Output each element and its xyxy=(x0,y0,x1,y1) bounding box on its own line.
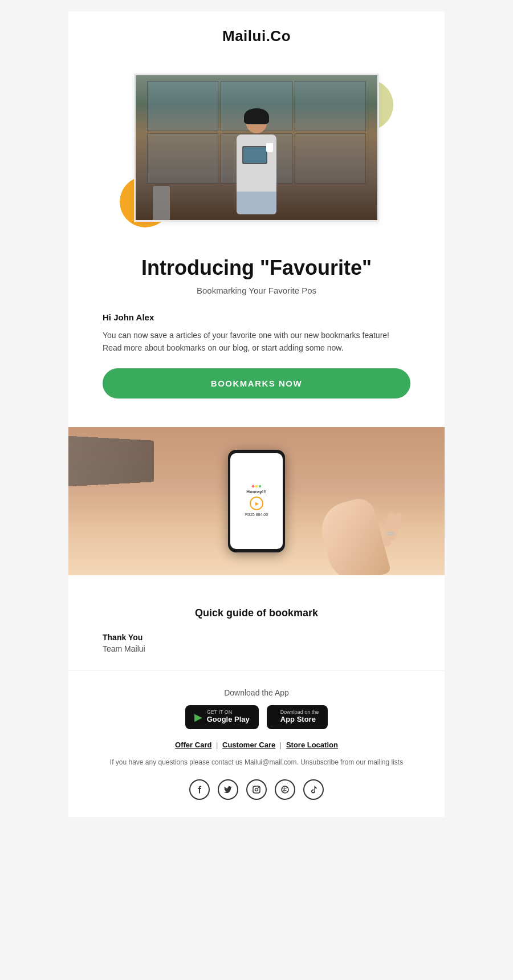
team-text: Team Mailui xyxy=(103,644,410,653)
social-icons xyxy=(91,779,422,800)
body-text: Hi John Alex You can now save a articles… xyxy=(103,312,410,355)
hero-image xyxy=(136,75,377,220)
phone-section: Hooray!!! R325 864.00 xyxy=(68,427,445,575)
phone-image: Hooray!!! R325 864.00 xyxy=(68,427,445,575)
greeting: Hi John Alex xyxy=(103,312,410,322)
content-area: Introducing "Favourite" Bookmarking Your… xyxy=(68,239,445,427)
footer: Download the App ▶ GET IT ON Google Play… xyxy=(68,670,445,817)
dribbble-icon[interactable] xyxy=(275,779,295,800)
phone-amount: R325 864.00 xyxy=(245,513,268,517)
svg-point-2 xyxy=(258,787,259,788)
app-store-text: Download on the App Store xyxy=(280,710,319,725)
google-play-icon: ▶ xyxy=(194,711,202,723)
email-container: Mailui.Co xyxy=(68,11,445,817)
offer-card-link[interactable]: Offer Card xyxy=(175,741,211,749)
app-store-sub: Download on the xyxy=(280,710,319,715)
thanks-section: Thank You Team Mailui xyxy=(103,633,410,653)
thanks-text: Thank You xyxy=(103,633,410,642)
facebook-icon[interactable] xyxy=(189,779,210,800)
phone-device: Hooray!!! R325 864.00 xyxy=(228,450,285,552)
guide-section: Quick guide of bookmark Thank You Team M… xyxy=(68,587,445,653)
twitter-icon[interactable] xyxy=(218,779,238,800)
svg-rect-0 xyxy=(253,786,260,793)
main-title: Introducing "Favourite" xyxy=(103,256,410,280)
separator-1: | xyxy=(216,741,218,749)
google-play-button[interactable]: ▶ GET IT ON Google Play xyxy=(185,705,259,729)
sub-title: Bookmarking Your Favorite Pos xyxy=(103,286,410,295)
separator-2: | xyxy=(280,741,282,749)
footer-links: Offer Card | Customer Care | Store Locat… xyxy=(91,741,422,749)
hero-section xyxy=(68,56,445,239)
header: Mailui.Co xyxy=(68,11,445,51)
google-play-sub: GET IT ON xyxy=(207,710,250,715)
logo: Mailui.Co xyxy=(68,27,445,45)
tiktok-icon[interactable] xyxy=(303,779,324,800)
phone-screen: Hooray!!! R325 864.00 xyxy=(230,453,283,549)
google-play-name: Google Play xyxy=(207,715,250,725)
footer-info: If you have any questions please contact… xyxy=(91,757,422,768)
bookmarks-now-button[interactable]: BOOKMARKS NOW xyxy=(103,368,410,398)
store-location-link[interactable]: Store Location xyxy=(286,741,338,749)
svg-point-1 xyxy=(255,788,258,791)
phone-hooray-text: Hooray!!! xyxy=(246,489,267,494)
google-play-text: GET IT ON Google Play xyxy=(207,710,250,725)
hero-image-frame xyxy=(134,74,379,222)
customer-care-link[interactable]: Customer Care xyxy=(222,741,275,749)
app-store-name: App Store xyxy=(280,715,319,725)
download-label: Download the App xyxy=(91,688,422,697)
instagram-icon[interactable] xyxy=(246,779,267,800)
app-buttons: ▶ GET IT ON Google Play Download on the … xyxy=(91,705,422,729)
app-store-button[interactable]: Download on the App Store xyxy=(267,705,328,729)
body-paragraph: You can now save a articles of your favo… xyxy=(103,329,410,355)
phone-play-icon xyxy=(250,497,263,510)
guide-title: Quick guide of bookmark xyxy=(103,607,410,619)
